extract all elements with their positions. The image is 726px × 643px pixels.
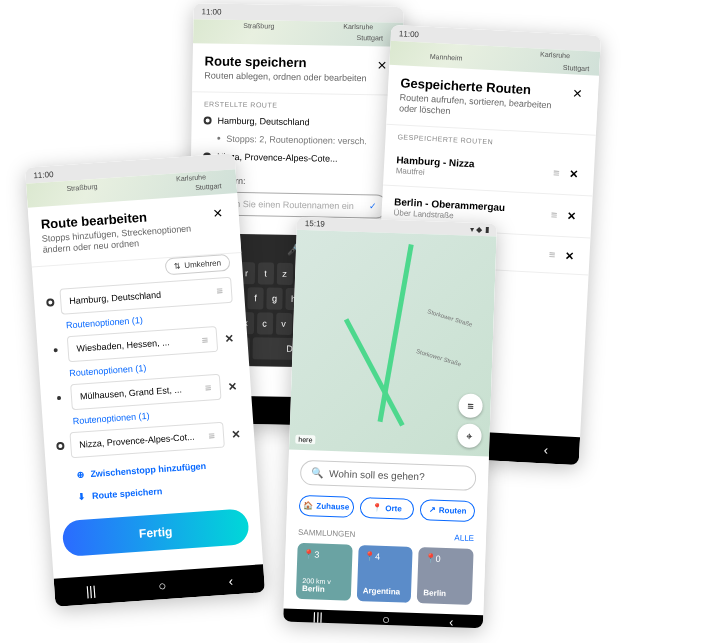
route-icon: ↗ (429, 505, 436, 514)
pin-icon: 📍 (372, 503, 382, 512)
drag-handle-icon[interactable]: ≡ (545, 208, 564, 221)
sheet-header: Route speichern Routen ablegen, ordnen o… (192, 43, 403, 95)
collection-card[interactable]: 📍4 Argentina (356, 545, 413, 603)
remove-stop-icon[interactable]: × (229, 425, 242, 442)
stop-input[interactable]: Nizza, Provence-Alpes-Cot... ≡ (69, 421, 224, 458)
check-icon[interactable]: ✓ (369, 201, 377, 211)
nav-back-icon[interactable]: ‹ (543, 442, 548, 457)
reverse-button[interactable]: ⇅ Umkehren (165, 253, 231, 274)
stop-input[interactable]: Hamburg, Deutschland ≡ (59, 276, 232, 314)
remove-stop-icon[interactable]: × (223, 329, 236, 346)
circle-icon (204, 116, 212, 124)
collection-card[interactable]: 📍0 Berlin (417, 547, 474, 605)
close-icon[interactable]: × (568, 84, 586, 103)
sheet-title: Route speichern (205, 53, 374, 71)
pin-count: 📍3 (303, 549, 346, 560)
delete-icon[interactable]: × (563, 207, 580, 224)
sheet-subtitle: Routen ablegen, ordnen oder bearbeiten (204, 70, 373, 84)
all-link[interactable]: Alle (454, 533, 474, 543)
dot-icon (54, 348, 58, 352)
search-input[interactable]: 🔍 Wohin soll es gehen? (300, 460, 477, 491)
locate-button[interactable]: ⌖ (457, 423, 482, 448)
delete-icon[interactable]: × (565, 165, 582, 182)
search-sheet: 🔍 Wohin soll es gehen? 🏠 Zuhause 📍 Orte … (283, 449, 488, 615)
dot-icon (217, 137, 220, 140)
status-time: 11:00 (33, 169, 54, 179)
swap-icon: ⇅ (174, 261, 182, 270)
drag-handle-icon[interactable]: ≡ (543, 248, 562, 261)
map-strip: Straßburg Karlsruhe Stuttgart (193, 19, 403, 47)
drag-handle-icon[interactable]: ≡ (205, 381, 212, 393)
circle-icon (46, 298, 55, 307)
status-time: 15:19 (305, 219, 325, 229)
phone-map-home: 15:19 ▾ ◆ ▮ Storkower Straße Storkower S… (283, 217, 497, 629)
remove-stop-icon[interactable]: × (226, 377, 239, 394)
sheet-header: Gespeicherte Routen Routen aufrufen, sor… (386, 65, 599, 136)
phone-edit-route: 11:00 Straßburg Karlsruhe Stuttgart Rout… (25, 153, 265, 607)
android-navbar[interactable]: ||| ○ ‹ (54, 564, 265, 607)
routes-pill[interactable]: ↗ Routen (420, 499, 475, 522)
plus-icon: ⊕ (76, 469, 85, 480)
drag-handle-icon[interactable]: ≡ (201, 333, 208, 345)
places-pill[interactable]: 📍 Orte (359, 497, 414, 520)
nav-recent-icon[interactable]: ||| (313, 609, 324, 624)
status-time: 11:00 (399, 29, 419, 39)
layers-icon: ≡ (467, 400, 474, 412)
map-view[interactable]: Storkower Straße Storkower Straße here ≡… (289, 230, 497, 457)
circle-icon (56, 441, 65, 450)
drag-handle-icon[interactable]: ≡ (216, 284, 223, 296)
home-icon: 🏠 (303, 501, 313, 510)
search-icon: 🔍 (311, 467, 323, 478)
here-logo: here (295, 435, 315, 445)
status-time: 11:00 (201, 7, 221, 16)
stop-input[interactable]: Mülhausen, Grand Est, ... ≡ (70, 373, 221, 409)
delete-icon[interactable]: × (561, 247, 578, 264)
stop-input[interactable]: Wiesbaden, Hessen, ... ≡ (67, 325, 218, 361)
nav-recent-icon[interactable]: ||| (85, 582, 96, 598)
layers-button[interactable]: ≡ (458, 393, 483, 418)
nav-home-icon[interactable]: ○ (158, 578, 167, 594)
close-icon[interactable]: × (209, 204, 228, 223)
locate-icon: ⌖ (466, 429, 472, 442)
dot-icon (57, 395, 61, 399)
download-icon: ⬇ (78, 491, 87, 502)
pin-count: 📍0 (424, 553, 467, 564)
drag-handle-icon[interactable]: ≡ (547, 166, 566, 179)
drag-handle-icon[interactable]: ≡ (208, 429, 215, 441)
pin-count: 📍4 (364, 551, 407, 562)
nav-back-icon[interactable]: ‹ (449, 614, 454, 628)
collections-label: Sammlungen (298, 528, 356, 539)
home-pill[interactable]: 🏠 Zuhause (299, 495, 354, 518)
status-icons: ▾ ◆ ▮ (470, 225, 489, 235)
done-button[interactable]: Fertig (62, 508, 250, 557)
nav-back-icon[interactable]: ‹ (228, 573, 233, 588)
nav-home-icon[interactable]: ○ (382, 612, 390, 627)
collection-card[interactable]: 📍3 200 km vBerlin (296, 543, 353, 601)
